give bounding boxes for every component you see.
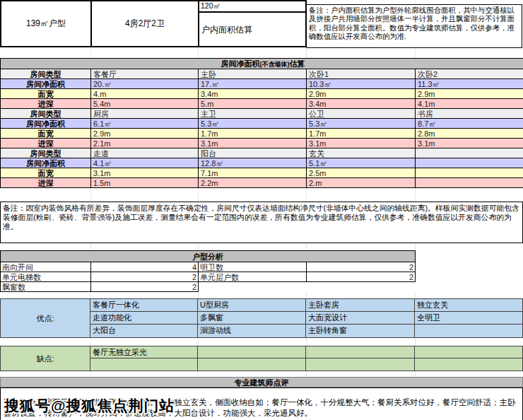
cell-area: 6.1㎡ [91,119,199,129]
spreadsheet-page: 139㎡户型 4房2厅2卫 120㎡ 户内面积估算 备注：户内面积估算为户型外轮… [0,0,523,420]
row-label-area: 房间净面积 [1,119,91,129]
cell-type: 书房 [416,109,523,119]
cell-width: 7.1m [199,168,307,178]
cell-area: 12.8㎡ [199,158,307,168]
analysis-label: 单元层户数 [199,272,307,282]
review-header: 专业建筑师点评 [0,377,523,387]
row-label-area: 房间净面积 [1,158,91,168]
con-item [306,358,415,371]
pro-item: 主卧套房 [306,299,415,312]
layout-cell: 4房2厅2卫 [90,0,199,47]
cons-section: 缺点: 餐厅无独立采光 [0,346,523,371]
pro-item: 独立玄关 [415,299,522,312]
cell-depth: 3.4m [307,99,416,109]
analysis-value: 2 [307,262,416,272]
cell-depth: 3.1m [416,139,523,148]
cell-type: 厨房 [91,109,199,119]
rooms-title-main: 房间净面积 [221,59,260,68]
cell-width: 2.9m [91,129,199,139]
pro-item [415,325,522,337]
con-item [198,346,306,358]
pro-item: 洄游动线 [198,325,306,337]
cell-width: 3.4m [199,89,307,99]
cell-type: 玄关 [307,148,416,158]
header-block: 139㎡户型 4房2厅2卫 120㎡ 户内面积估算 备注：户内面积估算为户型外轮… [0,0,523,49]
pro-item: 走道功能化 [90,312,198,325]
cell-width: 2.9m [416,89,523,99]
cell-area: 4.1㎡ [91,158,199,168]
cell-depth: 2.1m [91,139,199,148]
row-label-type: 房间类型 [1,148,91,158]
pro-item: 多飘窗 [198,312,306,325]
pro-item: 全明卫 [415,312,522,325]
cell-depth: 1.5m [91,178,199,188]
pro-item: 大阳台 [90,325,198,337]
con-item [90,358,198,371]
cell-depth: 2.2m [199,178,307,188]
row-label-depth: 进深 [1,178,91,188]
con-item [198,358,306,371]
empty-cell [199,282,307,292]
row-label-type: 房间类型 [1,109,91,119]
cell-area [416,158,523,168]
cell-area: 5.3㎡ [307,119,416,129]
pros-section: 优点: 客餐厅一体化U型厨房主卧套房独立玄关走道功能化多飘窗大面宽设计全明卫大阳… [0,298,523,338]
cell-width: 1.7m [307,129,416,139]
empty-cell [307,282,416,292]
cell-width: 2.9m [307,89,416,99]
cell-depth: 5.4m [91,99,199,109]
cell-area: 20.㎡ [91,79,199,89]
pro-item: 主卧转角窗 [306,325,415,337]
rooms-table-title: 房间净面积(不含墙体)估算 [1,59,523,69]
cell-depth: 2.m [307,178,416,188]
row-label-area: 房间净面积 [1,79,91,89]
pro-item: 大面宽设计 [306,312,415,325]
cell-area: 11.3㎡ [416,79,523,89]
inner-area-label: 户内面积估算 [199,13,305,47]
cell-type: 走道 [91,148,199,158]
row-label-width: 面宽 [1,89,91,99]
sohu-watermark: 搜狐号@搜狐焦点荆门站 [4,396,175,416]
pros-grid: 客餐厅一体化U型厨房主卧套房独立玄关走道功能化多飘窗大面宽设计全明卫大阳台洄游动… [90,299,522,337]
con-item [415,358,522,371]
cell-type: 次卧2 [416,69,523,79]
row-label-width: 面宽 [1,168,91,178]
cell-width: 2.5m [307,168,416,178]
rooms-title-suffix: 估算 [290,59,305,68]
analysis-label: 南向开间 [1,262,91,272]
cell-type: 主卧 [199,69,307,79]
cell-area: 8.7㎡ [416,119,523,129]
unit-analysis-table: 户型分析 南向开间4明卫数2单元电梯数2单元层户数2飘窗数2 [0,250,416,292]
row-label-width: 面宽 [1,129,91,139]
analysis-label: 飘窗数 [1,282,91,292]
cell-area: 5.1㎡ [307,158,416,168]
cell-area: 5.3㎡ [199,119,307,129]
cons-label: 缺点: [1,346,90,371]
pros-label: 优点: [1,299,90,337]
cell-width: 2.8m [416,129,523,139]
cell-type: 次卧1 [307,69,416,79]
cell-depth: 3.1m [199,139,307,148]
cell-type: 阳台 [199,148,307,158]
con-item [306,346,415,358]
cell-type [416,148,523,158]
row-label-type: 房间类型 [1,69,91,79]
unit-type-cell: 139㎡户型 [0,0,92,47]
cell-width: 3.1m [91,168,199,178]
row-label-depth: 进深 [1,139,91,148]
inner-area-value: 120㎡ [199,1,305,13]
rooms-title-small: (不含墙体) [260,61,290,68]
analysis-value: 2 [307,272,416,282]
cell-type: 客餐厅 [91,69,199,79]
row-label-depth: 进深 [1,99,91,109]
cell-type: 公卫 [307,109,416,119]
con-item: 餐厅无独立采光 [90,346,198,358]
cell-area: 17.㎡ [199,79,307,89]
measurement-note: 备注：因室内装饰风格有所差异，装饰面层厚度存在不确定性，房间尺寸仅表达墙面结构净… [0,202,523,243]
analysis-label: 单元电梯数 [1,272,91,282]
cell-area: 10.3㎡ [307,79,416,89]
analysis-title: 户型分析 [1,251,416,262]
cell-depth: 3.1m [307,139,416,148]
cell-width [416,168,523,178]
cell-width: 1.7m [199,129,307,139]
